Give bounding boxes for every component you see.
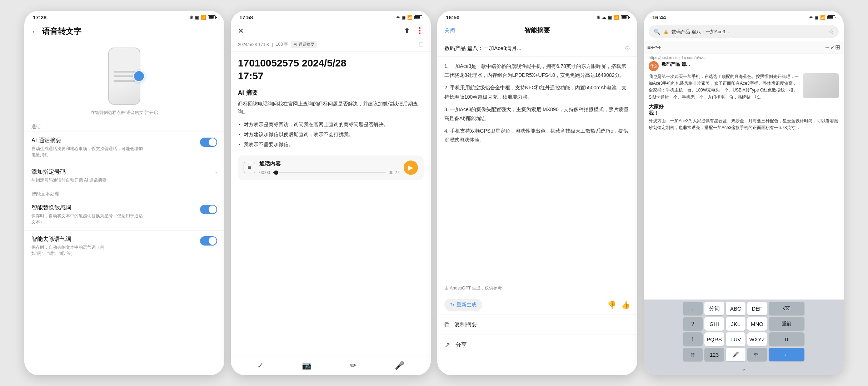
setting-ai-summary[interactable]: AI 通话摘要 自动生成通话摘要和核心事项，仅支持普通话，可能会增加电量消耗 xyxy=(24,132,224,163)
battery-icon xyxy=(208,15,216,19)
undo-icon[interactable]: ↩ xyxy=(651,44,656,51)
kb-exclaim[interactable]: ！ xyxy=(683,332,703,346)
s4-web-url: https://post.m.smzdm.com/p/az... xyxy=(649,54,839,61)
camera-icon[interactable]: 📷 xyxy=(302,361,311,370)
setting-replace-words[interactable]: 智能替换敏感词 保存时，自动将文本中的敏感词替换为星号（仅适用于通话文本） xyxy=(24,199,224,230)
add-icon[interactable]: ＋ xyxy=(824,43,830,51)
s3-feedback: 👎 👍 xyxy=(607,301,630,309)
mic-icon[interactable]: 🎤 xyxy=(395,361,404,370)
s3-share-menu[interactable]: ↗ 分享 xyxy=(437,335,637,355)
toggle-thumb-2 xyxy=(209,206,216,213)
screen1-title: 语音转文字 xyxy=(42,26,81,37)
setting-add-number[interactable]: 添加指定号码 与指定号码通话时自动开启 AI 通话摘要 › xyxy=(24,163,224,188)
s3-point-4: 4. 手机支持双频GPS卫星定位，游戏性能出色，搭载竞技级天工散热系统Pro，提… xyxy=(444,127,630,144)
s3-point-1: 1. 一加Ace3是一款中端价格的旗舰性能手机，拥有6.78英寸的东方眼眸屏，搭… xyxy=(444,62,630,80)
battery-icon-4 xyxy=(827,15,835,19)
time-4: 16:44 xyxy=(652,14,666,20)
s3-article-row: 数码产品 篇八：一加Ace3满月... ⊙ xyxy=(437,40,637,57)
toggle-replace[interactable] xyxy=(200,205,217,214)
setting-name-ai: AI 通话摘要 xyxy=(31,137,196,144)
kb-123[interactable]: 123 xyxy=(704,348,724,361)
bluetooth-icon: ✳ xyxy=(190,15,193,20)
share-label: 分享 xyxy=(455,341,467,349)
signal-icon: 📶 xyxy=(201,15,206,20)
edit-icon[interactable]: ✏ xyxy=(350,361,356,370)
list-view-icon[interactable]: ≡ xyxy=(647,44,651,51)
s2-ai-title: AI 摘要 xyxy=(231,86,431,100)
setting-name-filler: 智能去除语气词 xyxy=(31,236,196,243)
back-button[interactable]: ← xyxy=(31,28,39,36)
save-icon[interactable]: ☐ xyxy=(419,41,424,48)
dislike-icon[interactable]: 👎 xyxy=(607,301,616,309)
s3-source: 由 AndesGPT 生成，仅供参考 xyxy=(437,285,637,295)
kb-mic[interactable]: 🎤 xyxy=(726,348,745,361)
s4-web-text: 我也是第一次购买一加手机，在选选了顶配的月海蓝色。按照惯例先开箱吧，一加Ace3… xyxy=(649,73,839,101)
s2-call-title: 17010052575 2024/5/28 17:57 xyxy=(231,52,431,86)
kb-mno[interactable]: MNO xyxy=(747,317,767,331)
setting-text-filler: 智能去除语气词 保存时，自动去除文本中的语气词（例如"啊"、"呢"、"吧"等） xyxy=(31,236,196,257)
kb-enter[interactable]: 重输 xyxy=(769,317,804,331)
regen-button[interactable]: ↻ 重新生成 xyxy=(444,299,482,311)
s3-title: 智能摘要 xyxy=(524,26,550,35)
kb-question[interactable]: ？ xyxy=(683,317,703,331)
status-icons-3: ✳ ☁ ▣ 📶 xyxy=(597,15,629,20)
kb-pqrs[interactable]: PQRS xyxy=(704,332,724,346)
kb-comma[interactable]: ， xyxy=(683,302,703,315)
audio-content: 通话内容 00:00 00:27 xyxy=(259,160,399,175)
chevron-down-icon[interactable]: ⌄ xyxy=(741,365,747,372)
setting-desc-number: 与指定号码通话时自动开启 AI 通话摘要 xyxy=(31,177,146,183)
kb-chinese[interactable]: 中⁺ xyxy=(747,348,767,361)
kb-zero[interactable]: 0 xyxy=(769,332,804,346)
kb-fen-ci[interactable]: 分词 xyxy=(704,302,724,315)
setting-remove-filler[interactable]: 智能去除语气词 保存时，自动去除文本中的语气词（例如"啊"、"呢"、"吧"等） xyxy=(24,230,224,262)
screen-line xyxy=(114,71,135,73)
s3-link-icon[interactable]: ⊙ xyxy=(625,44,630,52)
status-icons-1: ✳ ▣ 📶 xyxy=(190,15,216,20)
s3-header: 关闭 智能摘要 xyxy=(437,23,637,40)
wifi-icon-2: ▣ xyxy=(401,15,405,20)
s3-more-menu[interactable]: ⋯ xyxy=(437,355,637,375)
play-button[interactable]: ▶ xyxy=(404,160,418,175)
close-button[interactable]: ✕ xyxy=(238,26,244,35)
check-icon[interactable]: ✓ xyxy=(257,361,264,370)
bookmark-icon[interactable]: ☆ xyxy=(829,28,834,35)
category-icon[interactable]: ⊞ xyxy=(835,44,840,51)
kb-delete[interactable]: ⌫ xyxy=(769,302,804,315)
time-2: 17:58 xyxy=(239,14,253,20)
wifi-icon-3: ▣ xyxy=(608,15,612,20)
toggle-ai-summary[interactable] xyxy=(200,138,217,147)
redo-icon[interactable]: ↪ xyxy=(656,44,661,51)
s4-search-bar[interactable]: 🔍 🔒 数码产品 篇八：一加Ace3... ☆ xyxy=(649,25,839,38)
status-bar-4: 16:44 ✳ ▣ 📶 xyxy=(644,11,844,23)
kb-def[interactable]: DEF xyxy=(747,302,767,315)
s2-header: ✕ ⬆ ⋮ xyxy=(231,23,431,39)
s3-copy-menu[interactable]: ⧉ 复制摘要 xyxy=(437,315,637,335)
kb-wxyz[interactable]: WXYZ xyxy=(747,332,767,346)
s4-toolbar: ≡ ↩ ↪ ＋ ✓ ⊞ xyxy=(644,41,844,54)
time-start: 00:00 xyxy=(259,170,270,175)
s3-close-btn[interactable]: 关闭 xyxy=(444,27,455,34)
phone-mock-image xyxy=(108,48,140,105)
s2-audio-player[interactable]: ≡ 通话内容 00:00 00:27 ▶ xyxy=(238,155,424,180)
section-label-1: 通话 xyxy=(24,121,224,132)
more-icon[interactable]: ⋮ xyxy=(416,26,424,35)
kb-return[interactable]: ← xyxy=(769,348,804,361)
kb-jkl[interactable]: JKL xyxy=(726,317,745,331)
audio-bar[interactable] xyxy=(273,172,386,173)
kb-symbol[interactable]: 符 xyxy=(683,348,703,361)
like-icon[interactable]: 👍 xyxy=(621,301,630,309)
s4-chat-text: 外观方面，一加Ace3为大家提供有星云蓝、鸡沙金、月海蓝三种配色，星云蓝设计时尚… xyxy=(649,118,839,131)
time-1: 17:28 xyxy=(33,14,46,20)
weather-icon: ☁ xyxy=(602,15,606,20)
kb-abc[interactable]: ABC xyxy=(726,302,745,315)
kb-tuv[interactable]: TUV xyxy=(726,332,745,346)
status-icons-2: ✳ ▣ 📶 xyxy=(396,15,422,20)
toggle-filler[interactable] xyxy=(200,236,217,246)
copy-label: 复制摘要 xyxy=(454,321,477,328)
meta-date: 2024/5/28 17:58 xyxy=(238,42,269,47)
share-icon[interactable]: ⬆ xyxy=(404,26,410,35)
kb-ghi[interactable]: GHI xyxy=(704,317,724,331)
check-tool-icon[interactable]: ✓ xyxy=(830,44,835,51)
screen-hint: 在智能侧边栏点击"语音转文字"开启 xyxy=(24,108,224,121)
search-text[interactable]: 数码产品 篇八：一加Ace3... xyxy=(672,29,826,35)
